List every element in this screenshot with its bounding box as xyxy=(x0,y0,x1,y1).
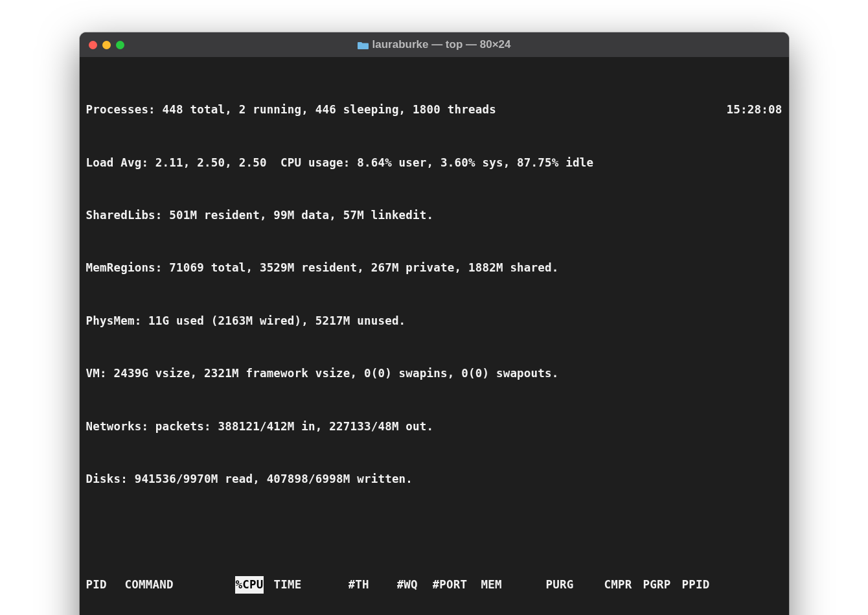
physmem-line: PhysMem: 11G used (2163M wired), 5217M u… xyxy=(86,312,782,330)
terminal-window: lauraburke — top — 80×24 Processes: 448 … xyxy=(80,32,789,615)
disks-line: Disks: 941536/9970M read, 407898/6998M w… xyxy=(86,470,782,488)
hdr-pgrp: PGRP xyxy=(643,576,682,594)
processes-line: Processes: 448 total, 2 running, 446 sle… xyxy=(86,101,727,119)
load-avg-line: Load Avg: 2.11, 2.50, 2.50 CPU usage: 8.… xyxy=(86,154,782,172)
minimize-button[interactable] xyxy=(102,41,111,49)
hdr-mem: MEM xyxy=(481,576,546,594)
window-title-text: lauraburke — top — 80×24 xyxy=(372,38,511,51)
memregions-line: MemRegions: 71069 total, 3529M resident,… xyxy=(86,259,782,277)
sharedlibs-line: SharedLibs: 501M resident, 99M data, 57M… xyxy=(86,207,782,224)
close-button[interactable] xyxy=(89,41,97,49)
window-title: lauraburke — top — 80×24 xyxy=(80,38,789,51)
traffic-lights xyxy=(80,41,124,49)
hdr-cpu: %CPU xyxy=(235,576,274,594)
hdr-cmpr: CMPR xyxy=(604,576,643,594)
hdr-pid: PID xyxy=(86,576,125,594)
networks-line: Networks: packets: 388121/412M in, 22713… xyxy=(86,418,782,435)
hdr-cpu-highlight: %CPU xyxy=(235,576,264,594)
hdr-wq: #WQ xyxy=(397,576,433,594)
hdr-time: TIME xyxy=(274,576,348,594)
terminal-body[interactable]: Processes: 448 total, 2 running, 446 sle… xyxy=(80,57,789,615)
hdr-command: COMMAND xyxy=(125,576,235,594)
header-row: PID COMMAND %CPU TIME #TH #WQ #PORT MEM … xyxy=(86,576,782,594)
titlebar[interactable]: lauraburke — top — 80×24 xyxy=(80,32,789,57)
vm-line: VM: 2439G vsize, 2321M framework vsize, … xyxy=(86,365,782,382)
hdr-port: #PORT xyxy=(433,576,481,594)
zoom-button[interactable] xyxy=(116,41,124,49)
blank-line xyxy=(86,523,782,540)
folder-icon xyxy=(358,41,369,49)
clock: 15:28:08 xyxy=(727,101,782,119)
hdr-purg: PURG xyxy=(546,576,604,594)
hdr-ppid: PPID xyxy=(682,576,714,594)
hdr-th: #TH xyxy=(348,576,397,594)
